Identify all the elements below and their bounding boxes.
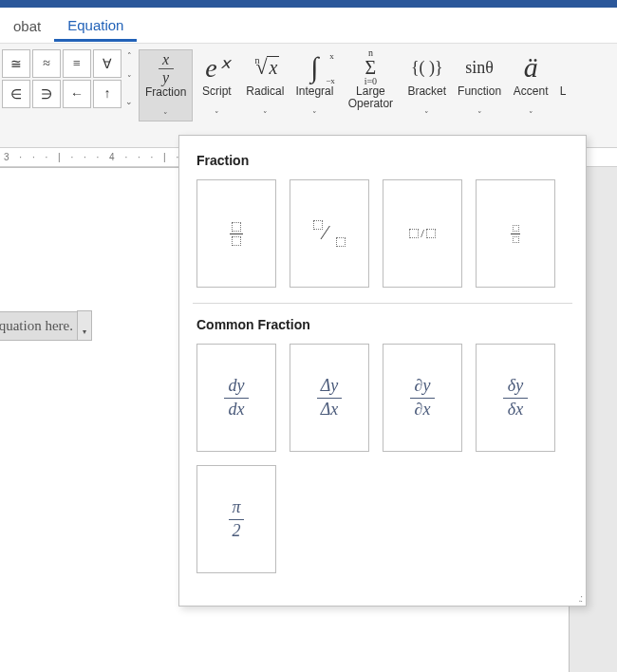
fraction-partial-y-partial-x[interactable]: ∂y∂x — [383, 344, 462, 452]
fraction-skewed[interactable]: ∕ — [290, 179, 369, 288]
fraction-icon: xy — [159, 50, 174, 86]
symbol-approx[interactable]: ≈ — [32, 49, 61, 78]
chevron-down-icon[interactable]: ˅ — [125, 72, 134, 85]
ruler-marks: 3 · · · | · · · 4 · · · | · · · — [0, 152, 208, 162]
frac-den: dx — [229, 401, 245, 420]
symbol-forall[interactable]: ∀ — [93, 49, 122, 78]
radical-button[interactable]: n √x Radical ˅ — [240, 49, 290, 120]
symbol-up-arrow[interactable]: ↑ — [93, 80, 122, 108]
radical-label: Radical — [246, 85, 284, 112]
integral-sup: x — [329, 51, 334, 61]
symbol-group: ≅ ≈ ≡ ∀ ∈ ∋ ← ↑ ˄ ˅ ⌄ — [0, 44, 135, 147]
fraction-button[interactable]: xy Fraction ˅ — [139, 49, 193, 121]
ribbon: ≅ ≈ ≡ ∀ ∈ ∋ ← ↑ ˄ ˅ ⌄ xy Fraction ˅ — [0, 44, 617, 148]
fraction-var-delta-y-x[interactable]: δyδx — [476, 344, 555, 452]
chevron-down-icon: ˅ — [477, 110, 482, 120]
tab-equation[interactable]: Equation — [54, 9, 137, 42]
symbol-left-arrow[interactable]: ← — [63, 80, 91, 108]
accent-label: Accent — [514, 85, 549, 112]
fraction-pi-2[interactable]: π2 — [196, 465, 276, 573]
bracket-label: Bracket — [407, 85, 446, 112]
gallery-grid-fraction: ∕ / — [196, 179, 569, 288]
symbol-congruent[interactable]: ≅ — [2, 49, 30, 78]
equation-placeholder-text[interactable]: equation here. — [0, 311, 77, 341]
sigma-icon: n Σ i=0 — [365, 49, 377, 85]
integral-label: Integral — [295, 85, 333, 112]
integral-icon: ∫ x −x — [310, 49, 318, 85]
chevron-down-icon: ˅ — [263, 110, 268, 120]
chevron-down-icon: ˅ — [215, 110, 219, 120]
structures-group: xy Fraction ˅ eˣ Script ˅ n √x Radical ˅… — [135, 44, 571, 147]
frac-den: ∂x — [415, 401, 431, 420]
symbol-scroll[interactable]: ˄ ˅ ⌄ — [123, 49, 135, 108]
fraction-label: Fraction — [145, 86, 186, 113]
limit-button[interactable]: L — [554, 49, 571, 112]
bracket-button[interactable]: {( )} Bracket ˅ — [402, 49, 452, 120]
integral-sub: −x — [326, 76, 335, 85]
fraction-linear[interactable]: / — [383, 179, 462, 288]
title-bar-accent — [0, 0, 617, 8]
fraction-dy-dx[interactable]: dydx — [196, 344, 276, 452]
chevron-up-icon[interactable]: ˄ — [125, 49, 134, 63]
fraction-stacked[interactable] — [196, 179, 276, 288]
ribbon-tab-strip: obat Equation — [0, 8, 617, 44]
fraction-gallery: Fraction ∕ / Common Fraction dydx — [178, 135, 587, 607]
frac-num: dy — [229, 377, 245, 396]
frac-num: δy — [508, 377, 523, 396]
fraction-small[interactable] — [476, 179, 555, 288]
frac-den: δx — [508, 401, 523, 420]
bracket-icon: {( )} — [411, 49, 443, 85]
frac-num: π — [232, 498, 240, 517]
equation-dropdown-button[interactable]: ▾ — [77, 310, 92, 341]
chevron-down-icon: ˅ — [424, 110, 429, 120]
integral-button[interactable]: ∫ x −x Integral ˅ — [290, 49, 339, 120]
more-icon[interactable]: ⌄ — [123, 95, 135, 108]
symbol-element-of[interactable]: ∈ — [2, 80, 30, 108]
chevron-down-icon: ˅ — [163, 111, 168, 121]
gallery-separator — [193, 303, 572, 304]
gallery-section-title-fraction: Fraction — [196, 153, 569, 168]
accent-icon: ä — [524, 49, 538, 85]
symbol-grid: ≅ ≈ ≡ ∀ ∈ ∋ ← ↑ — [2, 49, 122, 108]
accent-button[interactable]: ä Accent ˅ — [507, 49, 554, 120]
script-label: Script — [202, 85, 232, 112]
function-button[interactable]: sinθ Function ˅ — [452, 49, 507, 120]
resize-grip-icon[interactable]: .: — [578, 593, 582, 604]
frac-den: Δx — [321, 401, 339, 420]
radical-icon: n √x — [251, 49, 279, 85]
chevron-down-icon: ˅ — [529, 110, 533, 120]
large-operator-button[interactable]: n Σ i=0 Large Operator — [339, 49, 402, 112]
frac-num: ∂y — [415, 377, 431, 396]
frac-den: 2 — [233, 522, 241, 541]
tab-acrobat[interactable]: obat — [0, 10, 54, 40]
function-label: Function — [458, 85, 501, 112]
fraction-delta-y-delta-x[interactable]: ΔyΔx — [290, 344, 369, 452]
large-operator-label: Large Operator — [348, 85, 393, 112]
equation-placeholder[interactable]: equation here. ▾ — [0, 310, 92, 341]
gallery-grid-common: dydx ΔyΔx ∂y∂x δyδx π2 — [196, 344, 569, 573]
chevron-down-icon: ˅ — [312, 110, 317, 120]
function-icon: sinθ — [465, 49, 494, 85]
script-button[interactable]: eˣ Script ˅ — [193, 49, 240, 120]
symbol-equiv[interactable]: ≡ — [63, 49, 91, 78]
script-icon: eˣ — [205, 49, 228, 85]
limit-label: L — [560, 85, 567, 112]
radical-index: n — [254, 55, 259, 65]
symbol-contains[interactable]: ∋ — [32, 80, 61, 108]
frac-num: Δy — [321, 377, 339, 396]
gallery-section-title-common: Common Fraction — [196, 317, 569, 332]
